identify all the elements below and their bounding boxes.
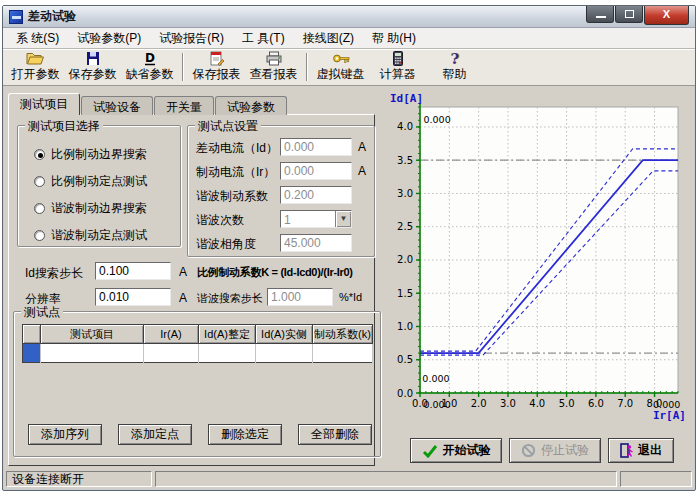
virtual-keyboard-icon xyxy=(332,51,350,66)
chevron-down-icon[interactable]: ▼ xyxy=(335,211,351,227)
characteristic-chart: 0.00.51.01.52.02.53.03.54.00.01.02.03.04… xyxy=(382,91,690,427)
tab-test-items[interactable]: 测试项目 xyxy=(8,93,80,115)
app-window: 差动试验 X 系 统(S) 试验参数(P) 试验报告(R) 工 具(T) 接线图… xyxy=(2,5,696,491)
diff-current-unit: A xyxy=(358,140,366,154)
status-panel xyxy=(155,471,617,487)
svg-text:5.0: 5.0 xyxy=(559,398,575,409)
toolbar-separator xyxy=(306,53,308,81)
harmonic-step-input[interactable] xyxy=(267,288,333,306)
help-button[interactable]: ?? 帮助 xyxy=(426,50,483,84)
calculator-icon xyxy=(390,51,406,66)
menu-bar: 系 统(S) 试验参数(P) 试验报告(R) 工 具(T) 接线图(Z) 帮 助… xyxy=(3,28,695,49)
default-params-icon: D xyxy=(142,51,158,66)
window-title: 差动试验 xyxy=(28,8,76,25)
status-bar: 设备连接断开 xyxy=(4,469,694,489)
print-report-icon xyxy=(265,51,283,66)
svg-text:0.000: 0.000 xyxy=(422,373,449,384)
harmonic-order-label: 谐波次数 xyxy=(196,212,244,229)
calculator-button[interactable]: 计算器 xyxy=(369,50,426,84)
col-test-item: 测试项目 xyxy=(41,325,144,344)
save-report-icon xyxy=(208,51,225,66)
restraint-current-label: 制动电流（Ir） xyxy=(196,164,275,181)
radio-ratio-point-test[interactable]: 比例制动定点测试 xyxy=(34,173,147,190)
table-header-row: 测试项目 Ir(A) Id(A)整定 Id(A)实侧 制动系数(k) xyxy=(23,325,373,344)
svg-text:6.0: 6.0 xyxy=(588,398,604,409)
restraint-current-input[interactable] xyxy=(280,162,352,180)
row-selector-cell[interactable] xyxy=(23,344,41,363)
save-params-button[interactable]: 保存参数 xyxy=(64,50,121,84)
radio-harmonic-point-test[interactable]: 谐波制动定点测试 xyxy=(34,227,147,244)
maximize-button[interactable] xyxy=(615,6,643,23)
open-params-button[interactable]: 打开参数 xyxy=(7,50,64,84)
toolbar-separator xyxy=(182,53,184,81)
resolution-unit: A xyxy=(179,291,187,305)
table-row[interactable] xyxy=(23,344,373,363)
svg-text:0.000: 0.000 xyxy=(424,399,451,410)
chart-area: 0.00.51.01.52.02.53.03.54.00.01.02.03.04… xyxy=(377,87,694,468)
save-report-button[interactable]: 保存报表 xyxy=(188,50,245,84)
svg-text:1.5: 1.5 xyxy=(397,288,413,299)
svg-text:0.5: 0.5 xyxy=(397,354,413,365)
harmonic-step-unit: %*Id xyxy=(339,291,362,303)
menu-wiring-diagram[interactable]: 接线图(Z) xyxy=(294,28,363,49)
toolbar: 打开参数 保存参数 D 缺省参数 保存报表 查看报表 虚拟键盘 计算器 ? xyxy=(3,49,695,86)
default-params-button[interactable]: D 缺省参数 xyxy=(121,50,178,84)
open-folder-icon xyxy=(26,51,45,66)
menu-system[interactable]: 系 统(S) xyxy=(7,28,68,49)
help-icon: ?? xyxy=(447,51,463,66)
virtual-keyboard-button[interactable]: 虚拟键盘 xyxy=(312,50,369,84)
delete-all-button[interactable]: 全部删除 xyxy=(298,424,372,445)
tab-test-equipment[interactable]: 试验设备 xyxy=(81,96,153,115)
radio-ratio-boundary-search[interactable]: 比例制动边界搜索 xyxy=(34,146,147,163)
svg-text:3.0: 3.0 xyxy=(500,398,516,409)
tab-switch-values[interactable]: 开关量 xyxy=(154,96,214,115)
menu-help[interactable]: 帮 助(H) xyxy=(363,28,425,49)
menu-tools[interactable]: 工 具(T) xyxy=(233,28,294,49)
main-tab-control: 测试项目 试验设备 开关量 试验参数 测试项目选择 比例制动边界搜索 比例制动定… xyxy=(4,87,377,468)
harmonic-order-select[interactable]: 1 ▼ xyxy=(280,210,352,228)
maximize-icon xyxy=(625,10,634,18)
add-point-button[interactable]: 添加定点 xyxy=(118,424,192,445)
svg-text:?: ? xyxy=(450,51,459,66)
radio-icon xyxy=(34,230,45,241)
stop-test-button[interactable]: 停止试验 xyxy=(509,438,601,463)
svg-text:2.0: 2.0 xyxy=(471,398,487,409)
svg-text:7.0: 7.0 xyxy=(617,398,633,409)
exit-button[interactable]: 退出 xyxy=(608,438,674,463)
start-test-button[interactable]: 开始试验 xyxy=(410,438,502,463)
view-report-button[interactable]: 查看报表 xyxy=(245,50,302,84)
id-step-unit: A xyxy=(179,265,187,279)
col-id-setting: Id(A)整定 xyxy=(199,325,256,344)
radio-icon xyxy=(34,176,45,187)
group-title: 测试点设置 xyxy=(195,118,261,135)
minimize-button[interactable] xyxy=(586,6,614,23)
close-button[interactable]: X xyxy=(644,6,689,25)
harmonic-angle-input[interactable] xyxy=(280,234,352,252)
menu-test-params[interactable]: 试验参数(P) xyxy=(68,28,150,49)
diff-current-input[interactable] xyxy=(280,138,352,156)
svg-text:Ir[A]: Ir[A] xyxy=(653,409,686,422)
title-bar: 差动试验 X xyxy=(3,6,695,28)
col-id-actual: Id(A)实侧 xyxy=(256,325,313,344)
tab-page-test-items: 测试项目选择 比例制动边界搜索 比例制动定点测试 谐波制动边界搜索 谐波制动定点… xyxy=(8,114,375,466)
harmonic-coef-input[interactable] xyxy=(280,186,352,204)
test-item-select-group: 测试项目选择 比例制动边界搜索 比例制动定点测试 谐波制动边界搜索 谐波制动定点… xyxy=(17,125,181,247)
svg-text:3.5: 3.5 xyxy=(397,155,413,166)
resolution-input[interactable] xyxy=(95,288,171,306)
radio-icon xyxy=(34,149,45,160)
menu-test-report[interactable]: 试验报告(R) xyxy=(150,28,233,49)
svg-text:2.0: 2.0 xyxy=(397,254,413,265)
svg-text:2.5: 2.5 xyxy=(397,221,413,232)
svg-text:0.0: 0.0 xyxy=(397,388,413,399)
delete-selected-button[interactable]: 删除选定 xyxy=(208,424,282,445)
radio-harmonic-boundary-search[interactable]: 谐波制动边界搜索 xyxy=(34,200,147,217)
exit-icon xyxy=(620,443,633,458)
device-status: 设备连接断开 xyxy=(6,471,152,487)
add-sequence-button[interactable]: 添加序列 xyxy=(28,424,102,445)
test-points-table: 测试项目 Ir(A) Id(A)整定 Id(A)实侧 制动系数(k) xyxy=(22,324,373,363)
group-title: 测试点 xyxy=(21,304,63,321)
tab-test-params[interactable]: 试验参数 xyxy=(215,96,287,115)
id-step-input[interactable] xyxy=(95,262,171,280)
test-points-group: 测试点 测试项目 Ir(A) Id(A)整定 Id(A)实侧 制动系数(k) xyxy=(13,311,381,457)
svg-text:0.000: 0.000 xyxy=(424,114,451,125)
